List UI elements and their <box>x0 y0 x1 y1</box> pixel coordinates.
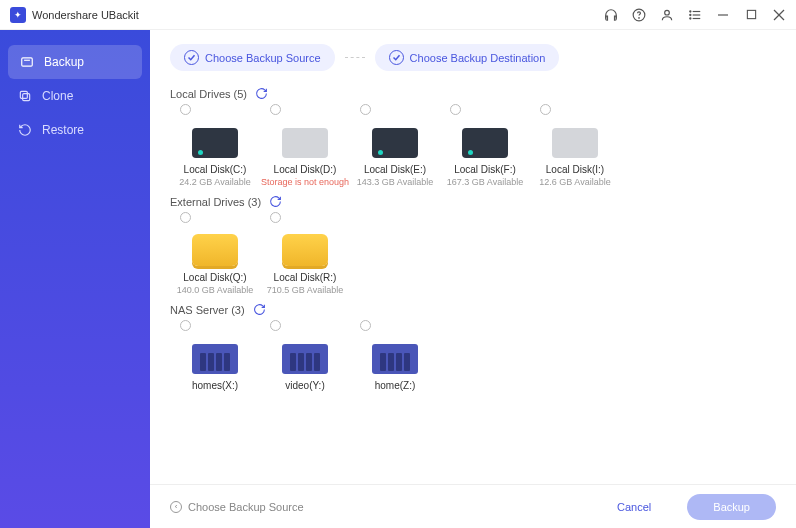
main: Choose Backup Source Choose Backup Desti… <box>150 30 796 528</box>
drive-item[interactable]: video(Y:) <box>260 320 350 391</box>
disk-dark-icon <box>460 118 510 158</box>
disk-yellow-icon <box>190 226 240 266</box>
svg-rect-15 <box>23 94 30 101</box>
backup-button[interactable]: Backup <box>687 494 776 520</box>
sidebar: Backup Clone Restore <box>0 30 150 528</box>
drive-label: Local Disk(Q:) <box>183 272 246 283</box>
radio-icon[interactable] <box>540 104 551 115</box>
radio-icon[interactable] <box>180 320 191 331</box>
sidebar-item-label: Backup <box>44 55 84 69</box>
drive-label: Local Disk(D:) <box>274 164 337 175</box>
radio-icon[interactable] <box>450 104 461 115</box>
check-icon <box>184 50 199 65</box>
sidebar-item-restore[interactable]: Restore <box>0 113 150 147</box>
drive-item[interactable]: Local Disk(E:) 143.3 GB Available <box>350 104 440 187</box>
drive-item[interactable]: Local Disk(D:) Storage is not enough <box>260 104 350 187</box>
radio-icon[interactable] <box>360 320 371 331</box>
disk-dark-icon <box>370 118 420 158</box>
refresh-icon[interactable] <box>253 303 266 316</box>
app-logo-icon: ✦ <box>10 7 26 23</box>
section-header: Local Drives (5) <box>170 87 776 100</box>
menu-icon[interactable] <box>688 8 702 22</box>
drive-item[interactable]: Local Disk(Q:) 140.0 GB Available <box>170 212 260 295</box>
step-choose-destination[interactable]: Choose Backup Destination <box>375 44 560 71</box>
nas-icon <box>190 334 240 374</box>
section-header: External Drives (3) <box>170 195 776 208</box>
nas-icon <box>370 334 420 374</box>
svg-point-6 <box>690 10 691 11</box>
section-header: NAS Server (3) <box>170 303 776 316</box>
svg-rect-14 <box>20 91 27 98</box>
wizard-steps: Choose Backup Source Choose Backup Desti… <box>150 30 796 79</box>
help-icon[interactable] <box>632 8 646 22</box>
drive-sub: 140.0 GB Available <box>177 285 253 295</box>
cancel-button[interactable]: Cancel <box>591 494 677 520</box>
svg-point-1 <box>639 17 640 18</box>
section-title: External Drives (3) <box>170 196 261 208</box>
drive-item[interactable]: homes(X:) <box>170 320 260 391</box>
drive-sub: 167.3 GB Available <box>447 177 523 187</box>
drive-item[interactable]: Local Disk(R:) 710.5 GB Available <box>260 212 350 295</box>
section-title: Local Drives (5) <box>170 88 247 100</box>
drive-item[interactable]: home(Z:) <box>350 320 440 391</box>
step-separator <box>345 57 365 58</box>
svg-rect-10 <box>747 10 755 18</box>
external-drives-row: Local Disk(Q:) 140.0 GB Available Local … <box>170 212 776 295</box>
drive-list-scroll[interactable]: Local Drives (5) Local Disk(C:) 24.2 GB … <box>150 79 796 484</box>
minimize-icon[interactable] <box>716 8 730 22</box>
drive-sub-error: Storage is not enough <box>261 177 349 187</box>
nas-icon <box>280 334 330 374</box>
svg-point-8 <box>690 17 691 18</box>
disk-dark-icon <box>190 118 240 158</box>
footer-hint-text: Choose Backup Source <box>188 501 304 513</box>
svg-point-7 <box>690 14 691 15</box>
restore-icon <box>18 123 32 137</box>
sidebar-item-backup[interactable]: Backup <box>8 45 142 79</box>
app-title: Wondershare UBackit <box>32 9 139 21</box>
radio-icon[interactable] <box>270 212 281 223</box>
section-local-drives: Local Drives (5) Local Disk(C:) 24.2 GB … <box>170 87 776 187</box>
account-icon[interactable] <box>660 8 674 22</box>
radio-icon[interactable] <box>360 104 371 115</box>
step-choose-source[interactable]: Choose Backup Source <box>170 44 335 71</box>
drive-label: Local Disk(C:) <box>184 164 247 175</box>
drive-sub: 12.6 GB Available <box>539 177 610 187</box>
svg-rect-13 <box>22 58 33 66</box>
sidebar-item-clone[interactable]: Clone <box>0 79 150 113</box>
body: Backup Clone Restore Choose Backup Sourc… <box>0 30 796 528</box>
footer-actions: Cancel Backup <box>591 494 776 520</box>
radio-icon[interactable] <box>180 104 191 115</box>
radio-icon[interactable] <box>270 320 281 331</box>
svg-point-2 <box>665 10 670 15</box>
sidebar-item-label: Clone <box>42 89 73 103</box>
disk-light-icon <box>550 118 600 158</box>
radio-icon[interactable] <box>180 212 191 223</box>
sidebar-item-label: Restore <box>42 123 84 137</box>
check-icon <box>389 50 404 65</box>
drive-label: homes(X:) <box>192 380 238 391</box>
drive-sub: 143.3 GB Available <box>357 177 433 187</box>
drive-label: Local Disk(R:) <box>274 272 337 283</box>
drive-item[interactable]: Local Disk(I:) 12.6 GB Available <box>530 104 620 187</box>
step-label: Choose Backup Destination <box>410 52 546 64</box>
drive-label: video(Y:) <box>285 380 324 391</box>
titlebar-left: ✦ Wondershare UBackit <box>10 7 139 23</box>
section-external-drives: External Drives (3) Local Disk(Q:) 140.0… <box>170 195 776 295</box>
maximize-icon[interactable] <box>744 8 758 22</box>
disk-yellow-icon <box>280 226 330 266</box>
radio-icon[interactable] <box>270 104 281 115</box>
footer-hint[interactable]: ‹ Choose Backup Source <box>170 501 304 513</box>
backup-icon <box>20 55 34 69</box>
clone-icon <box>18 89 32 103</box>
disk-light-icon <box>280 118 330 158</box>
refresh-icon[interactable] <box>269 195 282 208</box>
close-icon[interactable] <box>772 8 786 22</box>
drive-item[interactable]: Local Disk(C:) 24.2 GB Available <box>170 104 260 187</box>
drive-label: Local Disk(E:) <box>364 164 426 175</box>
drive-sub: 24.2 GB Available <box>179 177 250 187</box>
drive-item[interactable]: Local Disk(F:) 167.3 GB Available <box>440 104 530 187</box>
footer: ‹ Choose Backup Source Cancel Backup <box>150 484 796 528</box>
nas-drives-row: homes(X:) video(Y:) home(Z:) <box>170 320 776 391</box>
refresh-icon[interactable] <box>255 87 268 100</box>
support-icon[interactable] <box>604 8 618 22</box>
